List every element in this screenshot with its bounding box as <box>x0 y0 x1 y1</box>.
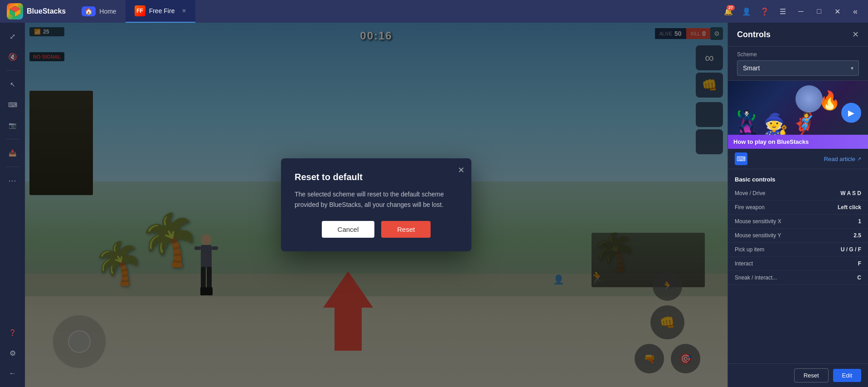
read-article-text: Read article <box>824 156 855 162</box>
control-key-interact: F <box>858 260 861 267</box>
control-row-interact: Interact F <box>728 257 868 271</box>
notifications-button[interactable]: 🔔 27 <box>720 3 737 20</box>
promo-title: How to play on BlueStacks <box>733 138 809 145</box>
sidebar-left: ⤢ 🔇 ↖ ⌨ 📷 📥 ··· ❓ ⚙ ← <box>0 23 25 387</box>
read-article-row: ⌨ Read article ↗ <box>728 149 868 169</box>
promo-char-3: 🦸 <box>790 111 818 136</box>
sidebar-help-icon[interactable]: ❓ <box>4 323 22 342</box>
freefire-tab-close[interactable]: ✕ <box>182 8 186 14</box>
control-row-sensy: Mouse sensitivity Y 2.5 <box>728 229 868 243</box>
freefire-tab-label: Free Fire <box>149 7 175 15</box>
main-area: ⤢ 🔇 ↖ ⌨ 📷 📥 ··· ❓ ⚙ ← 🌴 🌴 🌴 <box>0 23 868 387</box>
modal-actions: Cancel Reset <box>295 221 458 238</box>
control-row-move: Move / Drive W A S D <box>728 186 868 201</box>
external-link-icon: ↗ <box>857 156 861 162</box>
sidebar-separator-2 <box>6 139 19 139</box>
sidebar-separator-1 <box>6 70 19 71</box>
control-row-sneak: Sneak / interact... C <box>728 271 868 285</box>
sidebar-cursor-icon[interactable]: ↖ <box>4 75 22 93</box>
sidebar-volume-icon[interactable]: 🔇 <box>4 48 22 66</box>
control-key-sensy: 2.5 <box>853 232 861 239</box>
controls-header: Controls ✕ <box>728 23 868 47</box>
control-key-move: W A S D <box>840 190 861 196</box>
titlebar-right: 🔔 27 👤 ❓ ☰ ─ □ ✕ « <box>720 3 868 20</box>
control-name-sneak: Sneak / interact... <box>735 274 777 281</box>
promo-section: 🦹 🧙 🦸 🔥 How to play on BlueStacks ▶ <box>728 81 868 149</box>
control-key-sensx: 1 <box>858 218 861 225</box>
menu-button[interactable]: ☰ <box>775 3 791 20</box>
control-name-move: Move / Drive <box>735 190 765 196</box>
control-row-sensx: Mouse sensitivity X 1 <box>728 215 868 229</box>
sidebar-keyboard-icon[interactable]: ⌨ <box>4 96 22 114</box>
sidebar-expand-icon[interactable]: ⤢ <box>4 27 22 45</box>
promo-characters: 🦹 🧙 🦸 <box>732 110 818 136</box>
game-view: 🌴 🌴 🌴 🏃 👤 <box>25 23 727 387</box>
minimize-button[interactable]: ─ <box>793 3 809 20</box>
home-icon: 🏠 <box>82 6 96 16</box>
bluestacks-logo-icon <box>7 3 23 20</box>
control-name-interact: Interact <box>735 260 753 267</box>
basic-controls-section: Basic controls Move / Drive W A S D Fire… <box>728 169 868 363</box>
logo-area: BlueStacks <box>0 3 73 20</box>
home-tab[interactable]: 🏠 Home <box>73 0 125 23</box>
controls-edit-button[interactable]: Edit <box>833 369 861 382</box>
control-name-fire: Fire weapon <box>735 204 765 211</box>
promo-char-1: 🦹 <box>732 110 761 136</box>
control-key-fire: Left click <box>838 204 861 211</box>
sidebar-more-icon[interactable]: ··· <box>4 171 22 190</box>
modal-close-button[interactable]: ✕ <box>458 165 465 175</box>
control-name-pickup: Pick up item <box>735 246 764 253</box>
scheme-select-wrapper: Smart <box>737 60 859 76</box>
freefire-tab[interactable]: FF Free Fire ✕ <box>126 0 196 23</box>
controls-title: Controls <box>737 30 771 39</box>
scheme-section: Scheme Smart <box>728 47 868 81</box>
control-key-pickup: U / G / F <box>841 246 861 253</box>
keyboard-blue-icon: ⌨ <box>735 152 747 165</box>
maximize-button[interactable]: □ <box>811 3 827 20</box>
app-name: BlueStacks <box>27 7 66 15</box>
sidebar-apk-icon[interactable]: 📥 <box>4 144 22 162</box>
modal-title: Reset to default <box>295 172 458 182</box>
sidebar-separator-3 <box>6 167 19 167</box>
sidebar-back-icon[interactable]: ← <box>4 364 22 382</box>
help-button[interactable]: ❓ <box>756 3 773 20</box>
scheme-select[interactable]: Smart <box>737 60 859 76</box>
titlebar: BlueStacks 🏠 Home FF Free Fire ✕ 🔔 27 👤 … <box>0 0 868 23</box>
control-row-pickup: Pick up item U / G / F <box>728 243 868 257</box>
controls-footer: Reset Edit <box>728 363 868 387</box>
promo-text-bar: How to play on BlueStacks <box>728 135 868 149</box>
home-tab-label: Home <box>99 8 116 15</box>
control-name-sensy: Mouse sensitivity Y <box>735 232 781 239</box>
control-key-sneak: C <box>857 274 861 281</box>
promo-play-button[interactable]: ▶ <box>841 103 861 123</box>
modal-body: The selected scheme will reset to the de… <box>295 189 458 210</box>
modal-overlay: ✕ Reset to default The selected scheme w… <box>25 23 727 387</box>
sidebar-camera-icon[interactable]: 📷 <box>4 116 22 134</box>
reset-modal: ✕ Reset to default The selected scheme w… <box>281 158 471 251</box>
modal-cancel-button[interactable]: Cancel <box>322 221 375 238</box>
modal-reset-button[interactable]: Reset <box>381 221 431 238</box>
promo-orb <box>795 85 823 113</box>
sidebar-collapse-button[interactable]: « <box>847 3 863 20</box>
notification-badge: 27 <box>727 5 735 10</box>
read-article-link[interactable]: Read article ↗ <box>824 156 861 162</box>
controls-panel: Controls ✕ Scheme Smart 🦹 🧙 🦸 <box>727 23 868 387</box>
scheme-label: Scheme <box>737 51 859 58</box>
controls-reset-button[interactable]: Reset <box>794 368 829 382</box>
close-button[interactable]: ✕ <box>829 3 845 20</box>
control-name-sensx: Mouse sensitivity X <box>735 218 781 225</box>
controls-close-button[interactable]: ✕ <box>852 29 859 39</box>
basic-controls-title: Basic controls <box>728 174 868 186</box>
control-row-fire: Fire weapon Left click <box>728 201 868 215</box>
freefire-tab-icon: FF <box>135 5 145 16</box>
sidebar-settings-icon[interactable]: ⚙ <box>4 344 22 362</box>
promo-char-2: 🧙 <box>763 112 788 136</box>
profile-button[interactable]: 👤 <box>738 3 755 20</box>
